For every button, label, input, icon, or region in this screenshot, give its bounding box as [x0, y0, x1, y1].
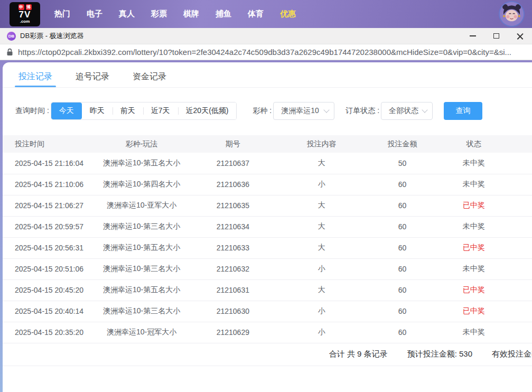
- table-row: 2025-04-15 21:10:06 澳洲幸运10-第四名大小 2121063…: [3, 174, 532, 195]
- cell-status: 已中奖: [437, 301, 511, 322]
- cell-amount: 60: [368, 174, 436, 195]
- page-background: 投注记录 追号记录 资金记录 查询时间 : 今天 昨天 前天 近7天 近20天(…: [0, 60, 532, 392]
- time-option-day-before[interactable]: 前天: [113, 102, 143, 119]
- order-status-value: 全部状态: [389, 106, 418, 116]
- summary-expected-amount: 预计投注金额: 530: [407, 349, 472, 359]
- logo-domain: .com: [20, 19, 30, 24]
- favicon-icon: DB: [7, 32, 16, 41]
- site-logo[interactable]: 申 博 7V .com: [10, 2, 40, 26]
- nav-item-slots[interactable]: 电子: [87, 9, 102, 19]
- cell-status: 已中奖: [437, 237, 511, 258]
- summary-bar: 合计 共 9 条记录 预计投注金额: 530 有效投注金额: [3, 343, 532, 366]
- cell-content: 小: [275, 322, 368, 343]
- lottery-select-value: 澳洲幸运10: [281, 106, 319, 116]
- order-status-label: 订单状态 :: [346, 106, 379, 116]
- table-row: 2025-04-15 20:40:14 澳洲幸运10-第三名大小 2121063…: [3, 301, 532, 322]
- minimize-icon: [470, 35, 476, 36]
- cell-amount: 50: [368, 153, 436, 174]
- cell-content: 小: [275, 301, 368, 322]
- cell-issue: 21210631: [191, 279, 275, 301]
- logo-text: 7V: [19, 11, 31, 19]
- tab-chase-records[interactable]: 追号记录: [76, 71, 109, 87]
- cell-issue: 21210633: [191, 237, 275, 258]
- cell-game: 澳洲幸运10-第三名大小: [92, 301, 190, 322]
- minimize-button[interactable]: [461, 28, 484, 44]
- nav-item-sports[interactable]: 体育: [248, 9, 264, 19]
- cell-content: 大: [275, 195, 368, 216]
- nav-item-lottery[interactable]: 彩票: [151, 9, 167, 19]
- cell-content: 大: [275, 279, 368, 301]
- close-icon: [517, 33, 524, 40]
- cell-content: 小: [275, 174, 368, 195]
- cell-amount: 60: [368, 216, 436, 237]
- cell-time: 2025-04-15 20:59:57: [3, 216, 92, 237]
- cell-status: 未中奖: [437, 258, 511, 279]
- header-status: 状态: [437, 135, 511, 153]
- maximize-button[interactable]: [484, 28, 508, 44]
- cell-game: 澳洲幸运10-第五名大小: [92, 237, 190, 258]
- nav-item-promos[interactable]: 优惠: [280, 9, 296, 19]
- cell-amount: 60: [368, 258, 436, 279]
- cell-time: 2025-04-15 21:10:06: [3, 174, 92, 195]
- url-text: https://ctop02pcali.2kbxi392.com/lottery…: [18, 48, 511, 57]
- search-button[interactable]: 查询: [444, 102, 482, 120]
- cell-game: 澳洲幸运10-亚军大小: [92, 195, 190, 216]
- table-row: 2025-04-15 20:59:57 澳洲幸运10-第三名大小 2121063…: [3, 216, 532, 237]
- tab-bar: 投注记录 追号记录 资金记录: [3, 62, 532, 88]
- cell-issue: 21210630: [191, 301, 275, 322]
- tab-fund-records[interactable]: 资金记录: [133, 71, 166, 87]
- browser-urlbar[interactable]: https://ctop02pcali.2kbxi392.com/lottery…: [0, 44, 532, 60]
- nav-item-live[interactable]: 真人: [119, 9, 135, 19]
- cell-status: 未中奖: [437, 153, 511, 174]
- time-option-yesterday[interactable]: 昨天: [82, 102, 113, 119]
- bet-records-table: 投注时间 彩种-玩法 期号 投注内容 投注金额 状态 2025-04-15 21…: [3, 135, 532, 343]
- avatar-illustration: [500, 2, 524, 26]
- cell-amount: 60: [368, 237, 436, 258]
- cell-amount: 60: [368, 195, 436, 216]
- cell-status: 未中奖: [437, 174, 511, 195]
- cell-issue: 21210629: [191, 322, 275, 343]
- cell-time: 2025-04-15 20:35:20: [3, 322, 92, 343]
- header-filler: [511, 135, 532, 153]
- avatar[interactable]: [500, 2, 524, 26]
- cell-amount: 60: [368, 301, 436, 322]
- cell-content: 大: [275, 216, 368, 237]
- nav-item-fishing[interactable]: 捕鱼: [216, 9, 231, 19]
- cell-status: 已中奖: [437, 279, 511, 301]
- summary-valid-amount: 有效投注金额: [492, 349, 532, 359]
- cell-issue: 21210636: [191, 174, 275, 195]
- nav-item-hot[interactable]: 热门: [54, 9, 70, 19]
- tab-bet-records[interactable]: 投注记录: [18, 71, 52, 87]
- header-game-play: 彩种-玩法: [92, 135, 190, 153]
- time-filter-label: 查询时间 :: [15, 106, 49, 116]
- lottery-select[interactable]: 澳洲幸运10: [273, 102, 334, 120]
- close-button[interactable]: [508, 28, 532, 44]
- main-menu: 热门 电子 真人 彩票 棋牌 捕鱼 体育 优惠: [54, 9, 296, 19]
- chevron-down-icon: [324, 107, 330, 113]
- cell-time: 2025-04-15 21:16:04: [3, 153, 92, 174]
- lock-icon: [6, 48, 13, 56]
- cell-issue: 21210637: [191, 153, 275, 174]
- cell-content: 小: [275, 258, 368, 279]
- time-option-20days[interactable]: 近20天(低频): [178, 102, 237, 119]
- cell-time: 2025-04-15 20:45:20: [3, 279, 92, 301]
- cell-content: 大: [275, 237, 368, 258]
- cell-status: 未中奖: [437, 322, 511, 343]
- time-option-today[interactable]: 今天: [51, 102, 82, 119]
- nav-item-board-games[interactable]: 棋牌: [183, 9, 199, 19]
- browser-titlebar: DB DB彩票 - 极速浏览器: [0, 28, 532, 44]
- lottery-filter-label: 彩种 :: [253, 106, 272, 116]
- time-option-7days[interactable]: 近7天: [143, 102, 178, 119]
- cell-game: 澳洲幸运10-第三名大小: [92, 216, 190, 237]
- time-range-group: 今天 昨天 前天 近7天 近20天(低频): [51, 102, 237, 120]
- filter-bar: 查询时间 : 今天 昨天 前天 近7天 近20天(低频) 彩种 : 澳洲幸运10…: [3, 88, 532, 120]
- order-status-select[interactable]: 全部状态: [381, 102, 433, 120]
- cell-amount: 60: [368, 322, 436, 343]
- cell-amount: 60: [368, 279, 436, 301]
- window-title: DB彩票 - 极速浏览器: [20, 31, 84, 41]
- header-issue: 期号: [191, 135, 275, 153]
- cell-status: 未中奖: [437, 216, 511, 237]
- cell-time: 2025-04-15 20:51:06: [3, 258, 92, 279]
- table-header-row: 投注时间 彩种-玩法 期号 投注内容 投注金额 状态: [3, 135, 532, 153]
- header-bet-content: 投注内容: [275, 135, 368, 153]
